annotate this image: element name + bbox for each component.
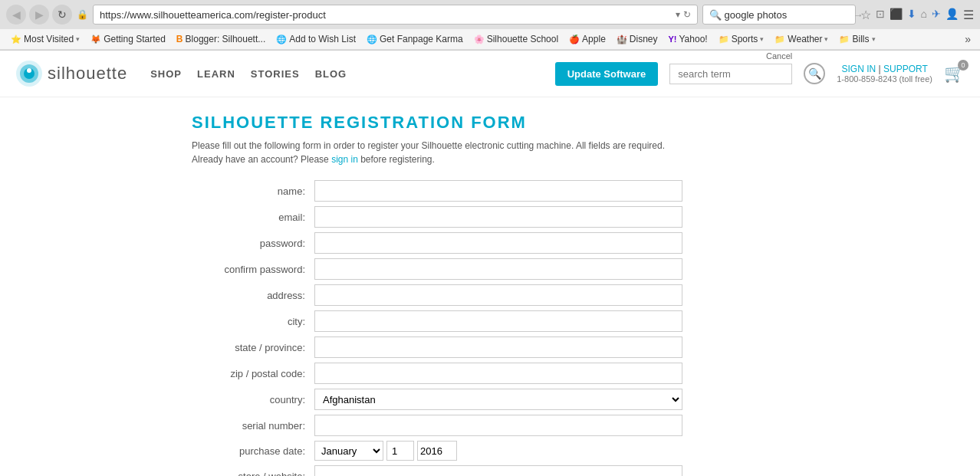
purchase-month-select[interactable]: January February March April May June Ju…: [314, 441, 383, 461]
form-row-password: password:: [192, 232, 682, 254]
browser-icons: ☆ ⊡ ⬛ ⬇ ⌂ ✈ 👤 ☰: [860, 8, 974, 22]
cart-icon[interactable]: 🛒 0: [944, 64, 965, 84]
bookmarks-overflow-button[interactable]: »: [962, 31, 974, 47]
blogger-icon: B: [176, 34, 183, 44]
star-icon[interactable]: ☆: [860, 8, 871, 22]
sign-in-area: SIGN IN | SUPPORT 1-800-859-8243 (toll f…: [837, 64, 932, 84]
download-icon[interactable]: ⬇: [907, 8, 916, 22]
field-label-confirm-password: confirm password:: [192, 264, 314, 275]
sign-in-row: SIGN IN | SUPPORT: [841, 64, 927, 74]
serial-input[interactable]: [314, 415, 682, 436]
sports-folder-icon: 📁: [719, 34, 729, 44]
update-software-button[interactable]: Update Software: [555, 62, 659, 86]
form-row-country: country: Afghanistan: [192, 389, 682, 410]
user-icon[interactable]: 👤: [945, 8, 959, 22]
address-bar-icons: ▾ ↻: [676, 9, 691, 20]
bookmark-getting-started[interactable]: 🦊 Getting Started: [86, 32, 170, 46]
purchase-year-input[interactable]: [417, 441, 457, 461]
dropdown-icon: ▾: [676, 9, 680, 20]
address-bar[interactable]: ▾ ↻: [93, 5, 698, 25]
name-input[interactable]: [314, 180, 682, 202]
menu-icon[interactable]: ☰: [963, 8, 974, 22]
purchase-date-controls: January February March April May June Ju…: [314, 441, 457, 461]
bookmark-label: Silhouette School: [487, 34, 558, 44]
form-row-address: address:: [192, 284, 682, 306]
bookmark-label: Add to Wish List: [289, 34, 356, 44]
disney-icon: 🏰: [617, 34, 627, 44]
form-row-serial: serial number:: [192, 415, 682, 436]
field-label-state: state / province:: [192, 342, 314, 353]
field-label-city: city:: [192, 316, 314, 327]
nav-learn[interactable]: LEARN: [197, 68, 235, 80]
search-input[interactable]: [725, 9, 853, 21]
refresh-icon[interactable]: ↻: [683, 9, 691, 20]
country-select[interactable]: Afghanistan: [314, 389, 682, 410]
forward-button[interactable]: ▶: [29, 5, 49, 25]
bookmark-most-visited[interactable]: ⭐ Most Visited ▾: [6, 32, 84, 46]
bookmark-weather[interactable]: 📁 Weather ▾: [770, 32, 833, 46]
reader-icon[interactable]: ⊡: [876, 8, 885, 22]
sign-in-form-link[interactable]: sign in: [331, 154, 358, 165]
site-logo-text: silhouette: [48, 64, 127, 84]
bookmark-bills[interactable]: 📁 Bills ▾: [834, 32, 880, 46]
weather-folder-icon: 📁: [774, 34, 785, 44]
most-visited-icon: ⭐: [11, 34, 21, 44]
city-input[interactable]: [314, 310, 682, 332]
site-search-input[interactable]: [669, 64, 792, 84]
password-input[interactable]: [314, 232, 682, 254]
apple-icon: 🍎: [569, 34, 580, 44]
search-icon-button[interactable]: 🔍: [804, 63, 825, 84]
nav-stories[interactable]: STORIES: [251, 68, 300, 80]
svg-point-3: [27, 68, 31, 73]
bookmark-label: Blogger: Silhouett...: [186, 34, 266, 44]
bookmark-label: Bills: [852, 34, 869, 44]
sign-in-link[interactable]: SIGN IN: [841, 64, 876, 74]
state-input[interactable]: [314, 336, 682, 358]
store-input[interactable]: [314, 465, 682, 476]
zip-input[interactable]: [314, 363, 682, 384]
address-input[interactable]: [314, 284, 682, 306]
field-label-password: password:: [192, 238, 314, 249]
search-bar[interactable]: 🔍 →: [702, 5, 856, 25]
bookmark-sports[interactable]: 📁 Sports ▾: [714, 32, 769, 46]
back-button[interactable]: ◀: [6, 5, 26, 25]
bills-folder-icon: 📁: [839, 34, 850, 44]
email-input[interactable]: [314, 206, 682, 228]
form-row-state: state / province:: [192, 336, 682, 358]
form-row-name: name:: [192, 180, 682, 202]
nav-shop[interactable]: SHOP: [150, 68, 182, 80]
site-logo: silhouette: [15, 60, 127, 87]
address-input[interactable]: [100, 9, 676, 21]
confirm-password-input[interactable]: [314, 258, 682, 280]
cancel-label[interactable]: Cancel: [766, 51, 792, 61]
search-container: Cancel: [669, 64, 792, 84]
bookmark-blogger[interactable]: B Blogger: Silhouett...: [172, 32, 270, 46]
reload-button[interactable]: ↻: [52, 5, 72, 25]
bookmark-yahoo[interactable]: Y! Yahoo!: [664, 32, 712, 46]
field-label-serial: serial number:: [192, 420, 314, 432]
home-icon[interactable]: ⌂: [921, 8, 927, 22]
bookmark-fanpage[interactable]: 🌐 Get Fanpage Karma: [362, 32, 468, 46]
form-row-store: store / website:: [192, 465, 682, 476]
cart-badge: 0: [958, 60, 968, 71]
bookmark-label: Get Fanpage Karma: [380, 34, 463, 44]
fanpage-icon: 🌐: [367, 34, 377, 44]
field-label-purchase-date: purchase date:: [192, 445, 314, 457]
pocket-icon[interactable]: ⬛: [890, 8, 903, 22]
purchase-day-input[interactable]: [386, 441, 414, 461]
bookmark-apple[interactable]: 🍎 Apple: [564, 32, 610, 46]
header-right: Update Software Cancel 🔍 SIGN IN | SUPPO…: [555, 62, 965, 86]
support-link[interactable]: SUPPORT: [883, 64, 928, 74]
field-label-country: country:: [192, 394, 314, 405]
form-row-zip: zip / postal code:: [192, 363, 682, 384]
form-row-email: email:: [192, 206, 682, 228]
chevron-down-icon: ▾: [872, 35, 876, 43]
chevron-down-icon: ▾: [760, 35, 764, 43]
bookmark-silhouette-school[interactable]: 🌸 Silhouette School: [469, 32, 563, 46]
bookmark-disney[interactable]: 🏰 Disney: [612, 32, 663, 46]
send-icon[interactable]: ✈: [932, 8, 941, 22]
bookmark-wishlist[interactable]: 🌐 Add to Wish List: [271, 32, 360, 46]
search-circle-icon[interactable]: 🔍: [804, 63, 825, 84]
nav-blog[interactable]: BLOG: [315, 68, 347, 80]
form-row-confirm-password: confirm password:: [192, 258, 682, 280]
